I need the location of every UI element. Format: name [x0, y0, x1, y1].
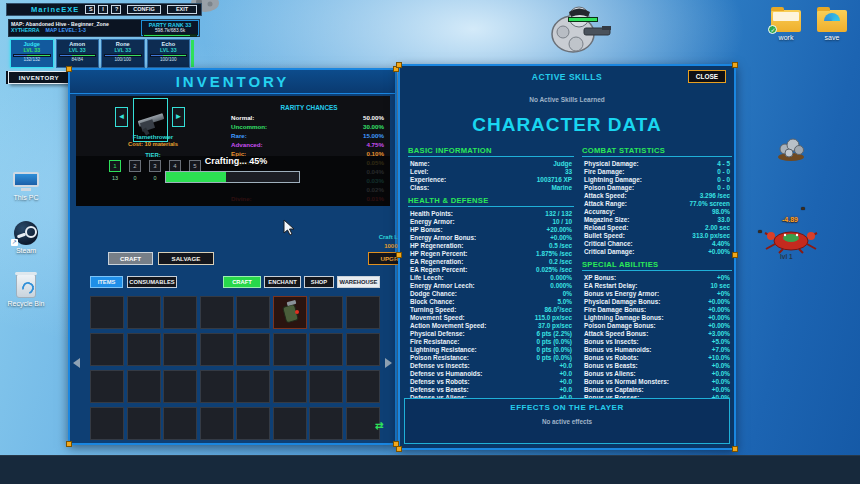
party-member-hp-value: 100/100 [104, 57, 142, 62]
inventory-slot[interactable] [346, 370, 380, 403]
inventory-slot[interactable] [90, 407, 124, 440]
inventory-slot[interactable] [200, 333, 234, 366]
tab-shop[interactable]: SHOP [304, 276, 334, 288]
close-button[interactable]: CLOSE [688, 70, 726, 83]
effects-panel: EFFECTS ON THE PLAYER No active effects [404, 398, 730, 444]
config-button[interactable]: CONFIG [127, 5, 161, 14]
taskbar: Search -6°C Többny. felhős ^ ↻ ENG ◄) 21… [0, 455, 860, 484]
inventory-slot[interactable] [163, 333, 197, 366]
tier-count: 0 [149, 175, 161, 181]
salvage-button[interactable]: SALVAGE [158, 252, 214, 265]
craft-button[interactable]: CRAFT [108, 252, 153, 265]
exit-button[interactable]: EXIT [167, 5, 197, 14]
desktop-folder-save[interactable]: save [808, 10, 856, 41]
inventory-slot[interactable] [200, 407, 234, 440]
inventory-slot[interactable] [236, 296, 270, 329]
inventory-title[interactable]: INVENTORY [70, 70, 395, 94]
stat-label: Bonus vs Energy Armor: [584, 290, 659, 297]
inventory-slot[interactable] [273, 370, 307, 403]
stat-value: +0.0% [712, 362, 730, 369]
tab-items[interactable]: ITEMS [90, 276, 123, 288]
hud-i-button[interactable]: I [98, 5, 108, 14]
inventory-slot[interactable] [200, 370, 234, 403]
tier-box[interactable]: 1 [109, 160, 121, 172]
desktop-icon-steam[interactable]: Steam [2, 221, 50, 254]
party-xp-bar [143, 34, 197, 37]
party-card[interactable]: Judge LVL 33 132/132 [10, 39, 54, 68]
hud-help-button[interactable]: ? [111, 5, 121, 14]
grenade-item-icon [274, 297, 306, 328]
tab-enchant[interactable]: ENCHANT [264, 276, 301, 288]
stat-value: +0.0% [712, 370, 730, 377]
inventory-slot[interactable] [309, 370, 343, 403]
tab-consumables[interactable]: CONSUMABLES [127, 276, 177, 288]
game-titlebar: MarineEXE S I ? CONFIG EXIT [6, 3, 202, 16]
stat-value: Judge [553, 160, 572, 167]
inventory-slot[interactable] [163, 296, 197, 329]
stat-value: +10.0% [708, 354, 730, 361]
inventory-slot[interactable] [90, 370, 124, 403]
inventory-slot[interactable] [163, 407, 197, 440]
stat-row: Poison Damage:0 - 0 [582, 183, 732, 191]
stat-value: 4.40% [712, 240, 730, 247]
resize-handle[interactable] [396, 62, 402, 68]
sort-items-icon[interactable]: ⇄ [375, 420, 383, 431]
crab-enemy-sprite[interactable] [763, 224, 819, 254]
resize-handle[interactable] [66, 441, 72, 447]
inventory-slot[interactable] [236, 370, 270, 403]
resize-handle[interactable] [66, 66, 72, 72]
stat-label: HP Regen Percent: [410, 250, 467, 257]
stat-value: 0% [563, 290, 572, 297]
desktop-icon-recycle-bin[interactable]: Recycle Bin [2, 274, 50, 307]
desktop-folder-work[interactable]: work [762, 10, 810, 41]
inventory-slot[interactable] [127, 296, 161, 329]
party-card[interactable]: Amon LVL 33 84/84 [56, 39, 100, 68]
scroll-right-icon[interactable] [385, 358, 392, 368]
inventory-slot[interactable] [273, 407, 307, 440]
inventory-slot[interactable] [273, 296, 307, 329]
party-scroll-indicator[interactable] [191, 40, 194, 67]
resize-handle[interactable] [396, 252, 402, 258]
tab-craft[interactable]: CRAFT [223, 276, 261, 288]
stat-label: EA Regen Percent: [410, 266, 467, 273]
inventory-slot[interactable] [236, 407, 270, 440]
next-item-button[interactable]: ► [172, 107, 185, 127]
stat-row: Attack Speed Bonus:+3.00% [582, 329, 732, 337]
hud-s-button[interactable]: S [85, 5, 95, 14]
marine-sprite[interactable] [546, 2, 612, 58]
desktop-icon-this-pc[interactable]: This PC [2, 172, 50, 201]
inventory-slot[interactable] [200, 296, 234, 329]
stat-value: +3.00% [708, 330, 730, 337]
inventory-slot[interactable] [236, 333, 270, 366]
stat-row: Critical Chance:4.40% [582, 239, 732, 247]
inventory-toggle-button[interactable]: INVENTORY [8, 71, 70, 84]
resize-handle[interactable] [396, 446, 402, 452]
inventory-slot[interactable] [90, 296, 124, 329]
inventory-slot[interactable] [127, 370, 161, 403]
inventory-slot[interactable] [309, 407, 343, 440]
inventory-slot[interactable] [273, 333, 307, 366]
inventory-slot[interactable] [346, 296, 380, 329]
resize-handle[interactable] [732, 62, 738, 68]
party-card[interactable]: Echo LVL 33 100/100 [147, 39, 191, 68]
rarity-chances-title: RARITY CHANCES [231, 104, 387, 111]
inventory-slot[interactable] [90, 333, 124, 366]
resize-handle[interactable] [732, 446, 738, 452]
stat-label: EA Regeneration: [410, 258, 463, 265]
inventory-slot[interactable] [163, 370, 197, 403]
inventory-slot[interactable] [127, 333, 161, 366]
inventory-slot[interactable] [346, 333, 380, 366]
mouse-cursor [283, 219, 295, 237]
stat-row: XP Bonus:+0% [582, 273, 732, 281]
inventory-slot[interactable] [127, 407, 161, 440]
party-card[interactable]: Rone LVL 33 100/100 [101, 39, 145, 68]
resize-handle[interactable] [732, 252, 738, 258]
scroll-left-icon[interactable] [73, 358, 80, 368]
inventory-slot[interactable] [309, 296, 343, 329]
stat-label: Action Movement Speed: [410, 322, 486, 329]
debris-speck [758, 230, 762, 233]
stat-value: +5.0% [712, 338, 730, 345]
tab-warehouse[interactable]: WAREHOUSE [337, 276, 380, 288]
prev-item-button[interactable]: ◄ [115, 107, 128, 127]
inventory-slot[interactable] [309, 333, 343, 366]
